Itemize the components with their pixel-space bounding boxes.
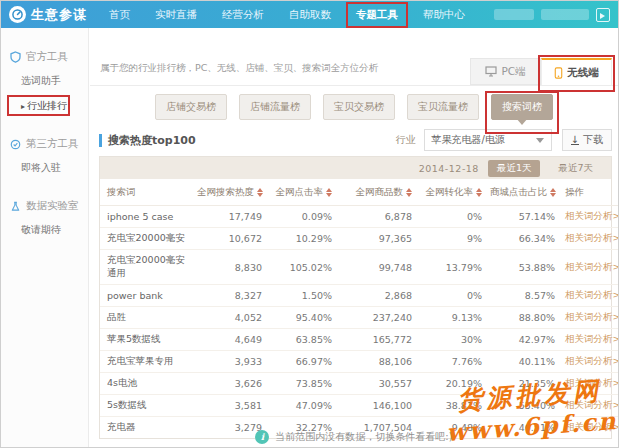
current-date: 2014-12-18 <box>419 163 479 174</box>
related-words-link[interactable]: 相关词分析>> <box>565 333 619 344</box>
sort-icon[interactable] <box>476 185 482 200</box>
monitor-icon <box>485 66 497 77</box>
related-words-link[interactable]: 相关词分析>> <box>565 355 619 366</box>
sidebar-item-coming-soon[interactable]: 即将入驻 <box>1 161 88 175</box>
nav-item-analysis[interactable]: 经营分析 <box>216 4 270 26</box>
related-words-link[interactable]: 相关词分析>> <box>565 399 619 410</box>
cell-items: 165,772 <box>336 329 416 351</box>
shield-icon <box>10 51 21 63</box>
cell-items: 99,748 <box>336 250 416 285</box>
tab-shop-traffic[interactable]: 店铺流量榜 <box>239 94 311 120</box>
cell-word: 品胜 <box>100 307 193 329</box>
col-header-ctr: 全网点击率 <box>266 179 336 206</box>
sidebar-item-label: 选词助手 <box>21 75 61 86</box>
sort-icon[interactable] <box>257 185 263 200</box>
cell-mall: 8.57% <box>486 285 559 307</box>
sort-icon[interactable] <box>550 185 556 200</box>
cell-mall: 88.80% <box>486 307 559 329</box>
notice-text: 当前范围内没有数据，切换条件看看吧:) <box>275 430 452 444</box>
table-row: 5s数据线 3,581 47.09% 146,100 38.81% 55.40%… <box>100 395 619 417</box>
cell-cvr: 9% <box>416 228 486 250</box>
top-navbar: 生意参谋 首页 实时直播 经营分析 自助取数 专题工具 帮助中心 <box>1 1 618 28</box>
nav-item-home[interactable]: 首页 <box>103 4 136 26</box>
cell-mall: 40.11% <box>486 351 559 373</box>
cell-ctr: 66.97% <box>266 351 336 373</box>
cell-ctr: 0.09% <box>266 206 336 228</box>
related-words-link[interactable]: 相关词分析>> <box>565 232 619 243</box>
cell-heat: 3,933 <box>193 351 266 373</box>
industry-select[interactable]: 苹果充电器/电源 <box>424 129 552 151</box>
cell-items: 146,100 <box>336 395 416 417</box>
sidebar-item-word-helper[interactable]: 选词助手 <box>1 74 88 88</box>
download-label: 下载 <box>583 133 603 147</box>
cell-cvr: 30% <box>416 329 486 351</box>
sort-icon[interactable] <box>406 185 412 200</box>
nav-item-tools[interactable]: 专题工具 <box>350 4 404 26</box>
cell-heat: 4,649 <box>193 329 266 351</box>
sort-icon[interactable] <box>326 185 332 200</box>
cell-items: 88,106 <box>336 351 416 373</box>
col-header-items: 全网商品数 <box>336 179 416 206</box>
col-header-heat: 全网搜索热度 <box>193 179 266 206</box>
info-icon: i <box>255 430 269 444</box>
tab-pointer <box>516 118 528 125</box>
chevron-down-icon <box>536 138 544 147</box>
blurred-shop-name <box>541 9 589 20</box>
search-heat-table: 搜索词 全网搜索热度 全网点击率 全网商品数 全网转化率 商城点击占比 操作 i… <box>100 179 619 438</box>
cell-heat: 3,626 <box>193 373 266 395</box>
cell-mall: 42.97% <box>486 329 559 351</box>
related-words-link[interactable]: 相关词分析>> <box>565 261 619 272</box>
cell-mall: 21.35% <box>486 373 559 395</box>
nav-item-live[interactable]: 实时直播 <box>149 4 203 26</box>
cell-word: 4s电池 <box>100 373 193 395</box>
cell-items: 6,878 <box>336 206 416 228</box>
section-title-text: 搜索热度top100 <box>108 133 196 148</box>
sidebar-section-official-title: 官方工具 <box>1 50 88 64</box>
tab-wireless[interactable]: 无线端 <box>541 58 612 85</box>
badge-icon <box>10 139 21 150</box>
related-words-link[interactable]: 相关词分析>> <box>565 289 619 300</box>
nav-item-data[interactable]: 自助取数 <box>283 4 337 26</box>
sidebar-item-label: 行业排行 <box>27 100 67 111</box>
nav-item-help[interactable]: 帮助中心 <box>417 4 471 26</box>
tab-shop-trade[interactable]: 店铺交易榜 <box>155 94 227 120</box>
date-filter-bar: 2014-12-18 最近1天 最近7天 <box>100 157 611 179</box>
account-area <box>494 1 610 28</box>
industry-label: 行业 <box>396 133 416 147</box>
tab-item-traffic[interactable]: 宝贝流量榜 <box>407 94 479 120</box>
related-words-link[interactable]: 相关词分析>> <box>565 210 619 221</box>
sidebar-section-thirdparty: 第三方工具 即将入驻 <box>1 137 88 175</box>
table-row: 品胜 4,052 95.40% 237,240 9.13% 88.80% 相关词… <box>100 307 619 329</box>
cell-word: 充电宝20000毫安通用 <box>100 250 193 285</box>
cell-ctr: 10.29% <box>266 228 336 250</box>
table-row: 4s电池 3,626 73.85% 30,557 20.19% 21.35% 相… <box>100 373 619 395</box>
col-header-label: 全网搜索热度 <box>197 186 254 197</box>
range-7day-button[interactable]: 最近7天 <box>549 160 602 177</box>
tab-pc[interactable]: PC端 <box>470 58 541 85</box>
cell-heat: 4,052 <box>193 307 266 329</box>
title-accent-bar <box>99 134 102 147</box>
cell-word: iphone 5 case <box>100 206 193 228</box>
main-content: 属于您的行业排行榜，PC、无线、店铺、宝贝、搜索词全方位分析 PC端 无线端 <box>90 28 618 447</box>
table-row: 充电宝苹果专用 3,933 66.97% 88,106 7.76% 40.11%… <box>100 351 619 373</box>
sidebar-item-industry-rank[interactable]: ▸行业排行 <box>1 99 88 113</box>
tab-item-trade[interactable]: 宝贝交易榜 <box>323 94 395 120</box>
cell-cvr: 0% <box>416 285 486 307</box>
table-row: 苹果5数据线 4,649 63.85% 165,772 30% 42.97% 相… <box>100 329 619 351</box>
cell-heat: 8,830 <box>193 250 266 285</box>
sidebar-item-label: 敬请期待 <box>21 224 61 235</box>
sidebar-section-thirdparty-title: 第三方工具 <box>1 137 88 151</box>
tab-search-words[interactable]: 搜索词榜 <box>491 94 553 120</box>
cell-word: 苹果5数据线 <box>100 329 193 351</box>
brand-logo[interactable]: 生意参谋 <box>9 6 89 24</box>
download-button[interactable]: ↓ 下载 <box>562 129 612 151</box>
sidebar-section-label: 官方工具 <box>26 50 68 64</box>
related-words-link[interactable]: 相关词分析>> <box>565 311 619 322</box>
sidebar-item-stay-tuned[interactable]: 敬请期待 <box>1 223 88 237</box>
related-words-link[interactable]: 相关词分析>> <box>565 377 619 388</box>
range-1day-button[interactable]: 最近1天 <box>488 160 541 177</box>
cell-items: 30,557 <box>336 373 416 395</box>
blurred-account-name <box>494 9 534 20</box>
cell-cvr: 13.79% <box>416 250 486 285</box>
logout-icon[interactable] <box>596 8 610 22</box>
